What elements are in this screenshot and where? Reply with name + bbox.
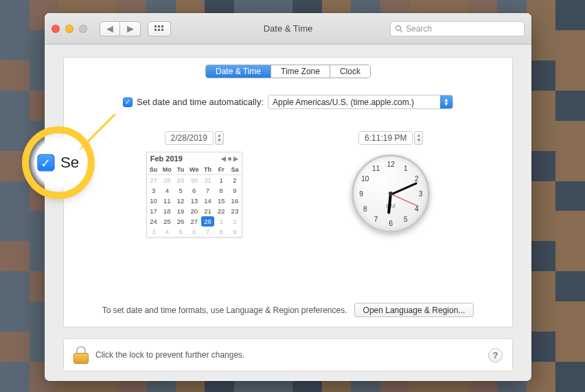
clock-numeral: 6 xyxy=(389,220,393,227)
calendar-day-dim[interactable]: 4 xyxy=(160,227,174,237)
content-pane: Date & Time Time Zone Clock ✓ Set date a… xyxy=(63,57,513,327)
show-all-button[interactable] xyxy=(148,21,171,36)
calendar-day-dim[interactable]: 6 xyxy=(187,227,201,237)
calendar-day[interactable]: 28 xyxy=(201,216,215,227)
calendar-day-dim[interactable]: 31 xyxy=(201,175,215,185)
calendar-day[interactable]: 14 xyxy=(201,196,215,206)
lock-bar: Click the lock to prevent further change… xyxy=(63,338,513,371)
calendar-day[interactable]: 27 xyxy=(187,216,201,227)
calendar-day-header: Th xyxy=(201,165,215,175)
search-input[interactable]: Search xyxy=(390,21,525,36)
calendar-day-header: Sa xyxy=(228,165,242,175)
calendar-day[interactable]: 15 xyxy=(214,196,228,206)
auto-set-checkbox[interactable]: ✓ xyxy=(123,97,133,107)
calendar-day[interactable]: 8 xyxy=(214,185,228,196)
time-field[interactable]: 6:11:19 PM xyxy=(358,131,413,145)
search-icon xyxy=(395,25,403,33)
date-stepper[interactable]: ▲▼ xyxy=(215,131,224,145)
calendar-day-header: Fr xyxy=(214,165,228,175)
calendar-day[interactable]: 22 xyxy=(214,206,228,216)
callout-text: Se xyxy=(60,154,79,171)
tab-date-time[interactable]: Date & Time xyxy=(206,65,271,78)
calendar-day-dim[interactable]: 30 xyxy=(187,175,201,185)
clock-numeral: 2 xyxy=(415,175,419,183)
calendar-today-icon[interactable] xyxy=(228,157,231,161)
calendar-day[interactable]: 6 xyxy=(187,185,201,196)
clock-numeral: 3 xyxy=(419,190,423,198)
calendar[interactable]: Feb 2019 ◀ ▶ SuMoTuWeThFrSa2728293031123… xyxy=(146,152,242,238)
calendar-day-dim[interactable]: 27 xyxy=(147,175,161,185)
calendar-day[interactable]: 24 xyxy=(147,216,161,227)
calendar-day[interactable]: 12 xyxy=(174,196,187,206)
calendar-day-header: We xyxy=(187,165,201,175)
svg-rect-5 xyxy=(161,29,163,31)
calendar-day[interactable]: 16 xyxy=(228,196,242,206)
calendar-day[interactable]: 23 xyxy=(228,206,242,216)
calendar-day[interactable]: 25 xyxy=(160,216,174,227)
calendar-day[interactable]: 19 xyxy=(174,206,187,216)
calendar-day[interactable]: 5 xyxy=(174,185,187,196)
minimize-button[interactable] xyxy=(65,25,73,33)
calendar-day[interactable]: 3 xyxy=(147,185,161,196)
minute-hand xyxy=(391,182,417,195)
forward-button[interactable]: ▶ xyxy=(120,21,141,36)
time-server-select[interactable]: Apple Americas/U.S. (time.apple.com.) ▲▼ xyxy=(268,95,453,109)
clock-numeral: 5 xyxy=(404,216,408,223)
calendar-day-dim[interactable]: 2 xyxy=(228,216,242,227)
footer-row: To set date and time formats, use Langua… xyxy=(64,303,512,317)
clock-numeral: 1 xyxy=(404,164,408,172)
calendar-day[interactable]: 13 xyxy=(187,196,201,206)
auto-set-label: Set date and time automatically: xyxy=(137,97,264,107)
svg-line-7 xyxy=(400,30,402,32)
date-column: 2/28/2019 ▲▼ Feb 2019 ◀ ▶ SuMoTuWeThFrSa… xyxy=(146,131,242,238)
calendar-day[interactable]: 21 xyxy=(201,206,215,216)
calendar-day[interactable]: 9 xyxy=(228,185,242,196)
clock-numeral: 10 xyxy=(361,175,369,183)
calendar-prev-icon[interactable]: ◀ xyxy=(221,155,226,162)
calendar-day[interactable]: 17 xyxy=(147,206,161,216)
calendar-day-header: Tu xyxy=(174,165,187,175)
date-field[interactable]: 2/28/2019 xyxy=(165,131,214,145)
calendar-day-header: Su xyxy=(147,165,161,175)
clock-numeral: 9 xyxy=(359,190,363,198)
search-placeholder: Search xyxy=(406,24,432,34)
calendar-day[interactable]: 10 xyxy=(147,196,161,206)
calendar-next-icon[interactable]: ▶ xyxy=(233,155,238,162)
calendar-day-dim[interactable]: 8 xyxy=(214,227,228,237)
help-button[interactable]: ? xyxy=(488,348,503,362)
svg-rect-1 xyxy=(158,25,160,27)
calendar-day-dim[interactable]: 29 xyxy=(174,175,187,185)
calendar-day[interactable]: 26 xyxy=(174,216,187,227)
analog-clock: PM 123456789101112 xyxy=(352,154,430,233)
time-stepper[interactable]: ▲▼ xyxy=(414,131,423,145)
zoom-button[interactable] xyxy=(79,25,87,33)
clock-numeral: 7 xyxy=(374,216,378,223)
svg-point-6 xyxy=(396,25,401,30)
calendar-day-dim[interactable]: 1 xyxy=(214,216,228,227)
calendar-day-dim[interactable]: 7 xyxy=(201,227,215,237)
footer-hint: To set date and time formats, use Langua… xyxy=(102,305,347,315)
clock-pin xyxy=(389,192,393,196)
callout-checkbox-icon: ✓ xyxy=(37,154,54,171)
calendar-day-dim[interactable]: 9 xyxy=(228,227,242,237)
close-button[interactable] xyxy=(51,25,60,33)
open-language-region-button[interactable]: Open Language & Region... xyxy=(354,303,474,317)
tab-time-zone[interactable]: Time Zone xyxy=(271,65,330,78)
calendar-day[interactable]: 11 xyxy=(160,196,174,206)
calendar-day-dim[interactable]: 3 xyxy=(147,227,161,237)
auto-set-row: ✓ Set date and time automatically: Apple… xyxy=(64,95,512,109)
calendar-day[interactable]: 20 xyxy=(187,206,201,216)
calendar-day[interactable]: 7 xyxy=(201,185,215,196)
calendar-nav: ◀ ▶ xyxy=(221,155,238,162)
calendar-day[interactable]: 1 xyxy=(214,175,228,185)
calendar-day-dim[interactable]: 5 xyxy=(174,227,187,237)
calendar-day-dim[interactable]: 28 xyxy=(160,175,174,185)
calendar-day[interactable]: 4 xyxy=(160,185,174,196)
calendar-day[interactable]: 2 xyxy=(228,175,242,185)
tab-clock[interactable]: Clock xyxy=(330,65,370,78)
time-column: 6:11:19 PM ▲▼ PM 123456789101112 xyxy=(352,131,430,238)
clock-numeral: 12 xyxy=(387,160,395,168)
calendar-day[interactable]: 18 xyxy=(160,206,174,216)
back-button[interactable]: ◀ xyxy=(100,21,120,36)
lock-icon[interactable] xyxy=(73,346,89,364)
